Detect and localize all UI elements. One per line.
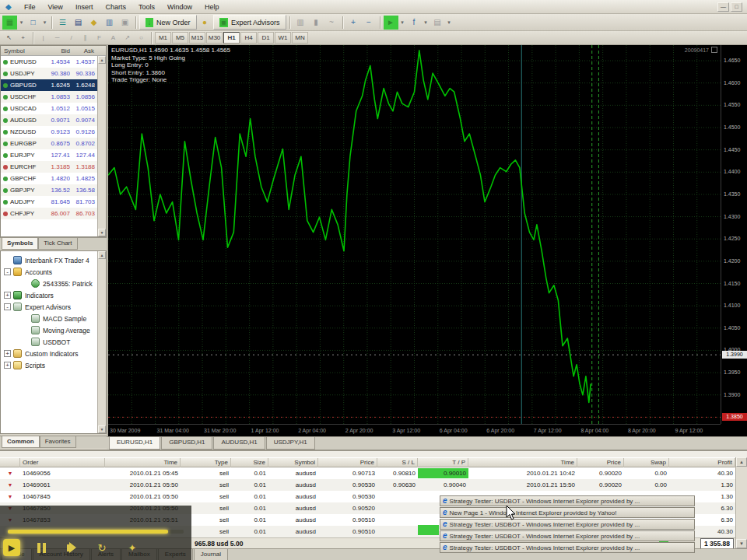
market-watch-row[interactable]: GBPJPY 136.52 136.58 <box>1 184 106 196</box>
chart-tab[interactable]: GBPUSD,H1 <box>161 437 212 450</box>
total-profit[interactable]: 1 355.88 <box>700 538 734 549</box>
timeframe-button[interactable]: MN <box>292 32 308 44</box>
timeframe-button[interactable]: D1 <box>258 32 274 44</box>
navigator-tab[interactable]: Common <box>2 436 40 448</box>
terminal-column-header[interactable]: Size <box>231 458 268 467</box>
templates-button[interactable]: ▤ <box>430 16 445 30</box>
line-chart-button[interactable]: ~ <box>324 16 339 30</box>
trade-row[interactable]: ▼ 10469056 2010.01.21 05:45 sell 0.01 au… <box>0 467 735 479</box>
column-bid[interactable]: Bid <box>41 47 70 54</box>
market-watch-row[interactable]: EURUSD 1.4534 1.4537 <box>1 56 106 68</box>
trendline-button[interactable]: / <box>65 32 78 44</box>
timeframe-button[interactable]: W1 <box>275 32 291 44</box>
chart-plot-area[interactable]: EURUSD,H1 1.4590 1.4635 1.4558 1.4565Mar… <box>108 45 721 424</box>
tree-expander-icon[interactable]: + <box>4 350 11 357</box>
navigator-tree-item[interactable]: - Accounts <box>1 266 106 278</box>
menu-item[interactable]: File <box>18 2 42 12</box>
scroll-up-icon[interactable]: ▲ <box>98 251 106 259</box>
play-button[interactable]: ▶ <box>3 539 20 556</box>
tree-expander-icon[interactable] <box>22 315 29 322</box>
popup-window-button[interactable]: e Strategy Tester: USDBOT - Windows Inte… <box>440 519 695 530</box>
menu-item[interactable]: Insert <box>69 2 100 12</box>
terminal-column-header[interactable] <box>0 458 20 467</box>
tree-expander-icon[interactable] <box>4 257 11 264</box>
navigator-scrollbar[interactable]: ▲ ▼ <box>97 251 106 433</box>
navigator-tree-item[interactable]: + Scripts <box>1 359 106 371</box>
market-watch-row[interactable]: EURGBP 0.8675 0.8702 <box>1 138 106 149</box>
market-watch-row[interactable]: NZDUSD 0.9123 0.9126 <box>1 126 106 138</box>
scroll-up-icon[interactable]: ▲ <box>736 457 747 467</box>
tree-expander-icon[interactable]: - <box>4 303 11 310</box>
market-watch-row[interactable]: GBPCHF 1.4820 1.4825 <box>1 173 106 184</box>
market-watch-row[interactable]: CHFJPY 86.007 86.703 <box>1 208 106 219</box>
popup-window-button[interactable]: e Strategy Tester: USDBOT - Windows Inte… <box>440 530 695 541</box>
zoom-in-button[interactable]: + <box>346 16 361 30</box>
market-watch-row[interactable]: USDJPY 90.380 90.336 <box>1 68 106 79</box>
navigator-tree-item[interactable]: MACD Sample <box>1 313 106 324</box>
new-chart-button[interactable]: ▦ <box>2 16 17 30</box>
tree-expander-icon[interactable]: - <box>4 268 11 275</box>
channel-button[interactable]: ∥ <box>79 32 92 44</box>
indicators-button[interactable]: f <box>407 16 422 30</box>
data-window-button[interactable]: ▤ <box>71 16 86 30</box>
auto-scroll-button[interactable]: ► <box>384 16 398 30</box>
tree-expander-icon[interactable]: + <box>4 362 11 369</box>
popup-window-button[interactable]: e Strategy Tester: USDBOT - Windows Inte… <box>440 542 695 553</box>
tree-expander-icon[interactable]: + <box>4 292 11 299</box>
arrows-tool-button[interactable]: ↗ <box>121 32 134 44</box>
templates-dropdown-icon[interactable]: ▾ <box>446 16 453 30</box>
terminal-scrollbar[interactable]: ▲ ▼ <box>735 457 747 548</box>
market-watch-scrollbar[interactable]: ▲ ▼ <box>97 56 106 236</box>
chart-restore-icon[interactable] <box>711 47 717 53</box>
market-watch-row[interactable]: AUDUSD 0.9071 0.9074 <box>1 114 106 126</box>
terminal-column-header[interactable]: Profit <box>669 458 735 467</box>
terminal-column-header[interactable]: Swap <box>624 458 669 467</box>
candlestick-chart-button[interactable]: ▮ <box>309 16 324 30</box>
navigator-tree-item[interactable]: Interbank FX Trader 4 <box>1 254 106 266</box>
market-watch-button[interactable]: ☰ <box>55 16 70 30</box>
tree-expander-icon[interactable] <box>22 327 29 334</box>
menu-item[interactable]: Charts <box>99 2 132 12</box>
timeframe-button[interactable]: M15 <box>189 32 205 44</box>
terminal-column-header[interactable]: Time <box>105 458 181 467</box>
terminal-button[interactable]: ▥ <box>102 16 117 30</box>
price-axis[interactable]: 1.46501.46001.45501.45001.44501.44001.43… <box>721 45 747 424</box>
cursor-tool-button[interactable]: ↖ <box>2 32 16 44</box>
indicators-dropdown-icon[interactable]: ▾ <box>423 16 430 30</box>
chart-tab[interactable]: EURUSD,H1 <box>109 437 160 450</box>
chart-tab[interactable]: USDJPY,H1 <box>266 437 315 450</box>
timeframe-button[interactable]: H4 <box>240 32 257 44</box>
column-ask[interactable]: Ask <box>70 47 96 54</box>
new-order-button[interactable]: ↓ New Order <box>139 15 197 30</box>
auto-scroll-dropdown-icon[interactable]: ▾ <box>399 16 406 30</box>
terminal-column-header[interactable]: Symbol <box>268 458 318 467</box>
terminal-column-header[interactable]: Order <box>20 458 105 467</box>
horizontal-line-button[interactable]: ─ <box>51 32 64 44</box>
navigator-tree-item[interactable]: + Indicators <box>1 289 106 301</box>
timeframe-button[interactable]: M30 <box>206 32 223 44</box>
navigator-button[interactable]: ◆ <box>86 16 101 30</box>
replay-button[interactable]: ↻ <box>93 538 111 557</box>
market-watch-tab[interactable]: Symbols <box>2 238 38 250</box>
chart-tab[interactable]: AUDUSD,H1 <box>213 437 265 450</box>
timeframe-button[interactable]: M5 <box>172 32 188 44</box>
new-chart-dropdown-icon[interactable]: ▾ <box>18 16 25 30</box>
market-watch-row[interactable]: USDCAD 1.0512 1.0515 <box>1 103 106 114</box>
navigator-tree-item[interactable]: 2543355: Patrick <box>1 278 106 289</box>
metaquotes-coin-icon[interactable]: ● <box>198 16 212 30</box>
timeframe-button[interactable]: M1 <box>155 32 171 44</box>
popup-window-button[interactable]: e Strategy Tester: USDBOT - Windows Inte… <box>440 495 695 506</box>
scroll-up-icon[interactable]: ▲ <box>98 56 106 64</box>
market-watch-row[interactable]: USDCHF 1.0853 1.0856 <box>1 91 106 103</box>
menu-item[interactable]: View <box>42 2 69 12</box>
shapes-tool-button[interactable]: ○ <box>135 32 148 44</box>
options-button[interactable]: ✦ <box>123 538 142 557</box>
navigator-tree-item[interactable]: + Custom Indicators <box>1 348 106 359</box>
restore-button[interactable]: □ <box>731 2 742 12</box>
profiles-button[interactable]: □ <box>26 16 40 30</box>
bar-chart-button[interactable]: ▥ <box>293 16 308 30</box>
time-axis[interactable]: 30 Mar 200931 Mar 04:0031 Mar 20:001 Apr… <box>108 424 721 436</box>
scroll-down-icon[interactable]: ▼ <box>98 425 106 433</box>
timeframe-button[interactable]: H1 <box>223 32 240 44</box>
navigator-tree-item[interactable]: Moving Average <box>1 324 106 336</box>
